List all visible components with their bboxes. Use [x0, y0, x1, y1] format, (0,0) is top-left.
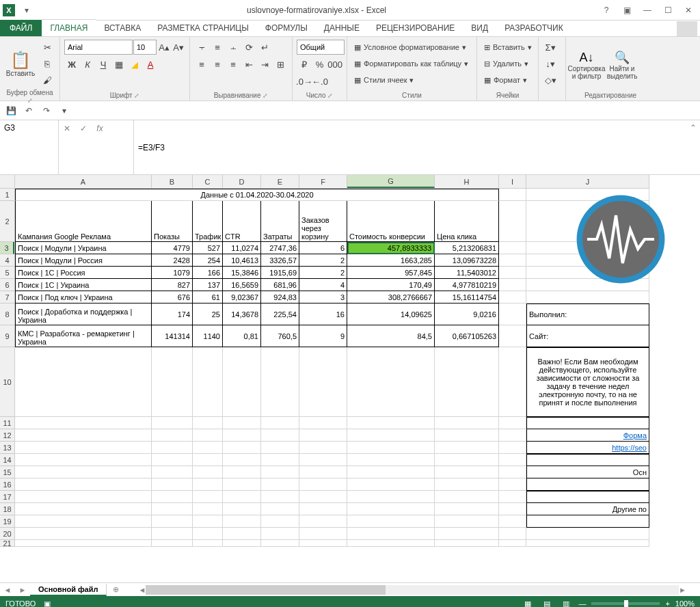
cell[interactable] [223, 515, 261, 528]
cell[interactable] [299, 515, 347, 528]
cell[interactable]: 2 [299, 254, 347, 267]
cell[interactable]: 16,5659 [223, 279, 261, 291]
cell[interactable] [499, 254, 526, 267]
cell[interactable] [347, 478, 435, 491]
cell[interactable] [435, 528, 499, 540]
cell[interactable] [499, 515, 526, 528]
fill-color-button[interactable]: ◢ [127, 57, 142, 72]
save-button[interactable]: 💾 [4, 104, 18, 118]
formula-expand-button[interactable]: ⌃ [686, 120, 700, 174]
cell[interactable] [261, 466, 299, 478]
cell[interactable] [526, 528, 649, 540]
row-3[interactable]: 3 [0, 242, 14, 254]
cell[interactable] [193, 347, 223, 417]
cell[interactable] [193, 515, 223, 528]
number-launcher[interactable]: ⤢ [327, 92, 333, 99]
qat-dropdown[interactable]: ▾ [18, 3, 36, 17]
cell[interactable]: CTR [223, 201, 261, 242]
cell[interactable]: Выполнил: [526, 304, 649, 325]
font-name-select[interactable] [64, 40, 133, 55]
cell[interactable] [223, 442, 261, 454]
cell-styles-button[interactable]: ▦Стили ячеек▾ [351, 72, 472, 87]
cell[interactable]: 137 [193, 279, 223, 291]
tab-layout[interactable]: РАЗМЕТКА СТРАНИЦЫ [149, 20, 257, 36]
row-7[interactable]: 7 [0, 291, 14, 304]
view-normal-button[interactable]: ▦ [521, 598, 535, 607]
align-bottom-button[interactable]: ⫠ [226, 40, 241, 55]
cell[interactable] [499, 291, 526, 304]
cell[interactable] [261, 491, 299, 503]
find-select-button[interactable]: 🔍 Найти и выделить [606, 40, 638, 90]
cell[interactable]: 16 [299, 304, 347, 325]
help-icon[interactable]: ? [597, 3, 615, 17]
cell[interactable] [223, 491, 261, 503]
cell[interactable] [193, 466, 223, 478]
fx-button[interactable]: fx [92, 122, 108, 135]
cell[interactable] [499, 325, 526, 347]
cell[interactable] [193, 478, 223, 491]
cell[interactable] [15, 478, 152, 491]
cell[interactable] [193, 442, 223, 454]
format-as-table-button[interactable]: ▦Форматировать как таблицу▾ [351, 56, 472, 71]
cell[interactable] [435, 442, 499, 454]
col-A[interactable]: A [15, 175, 152, 188]
cell[interactable] [261, 540, 299, 547]
cell[interactable] [15, 466, 152, 478]
select-all-corner[interactable] [0, 175, 15, 189]
cell[interactable] [152, 540, 193, 547]
cell[interactable]: Цена клика [435, 201, 499, 242]
row-17[interactable]: 17 [0, 491, 14, 503]
cell[interactable] [15, 347, 152, 417]
cell[interactable]: 14,09625 [347, 304, 435, 325]
cell[interactable]: 527 [193, 242, 223, 254]
tab-review[interactable]: РЕЦЕНЗИРОВАНИЕ [368, 20, 463, 36]
cell[interactable] [223, 466, 261, 478]
cell[interactable] [152, 429, 193, 442]
align-middle-button[interactable]: ≡ [210, 40, 225, 55]
col-H[interactable]: H [435, 175, 499, 188]
cell[interactable]: 1663,285 [347, 254, 435, 267]
zoom-out-button[interactable]: — [578, 599, 586, 607]
cell[interactable]: Поиск | Доработка и поддержка | Украина [15, 304, 152, 325]
cell[interactable] [152, 417, 193, 429]
cell[interactable] [347, 528, 435, 540]
insert-cells-button[interactable]: ⊞Вставить▾ [481, 40, 534, 55]
cell[interactable]: 457,8933333 [347, 242, 435, 254]
cell[interactable]: 4779 [152, 242, 193, 254]
cell[interactable]: 25 [193, 304, 223, 325]
cell[interactable]: Форма [526, 429, 649, 442]
col-I[interactable]: I [499, 175, 526, 188]
cell[interactable] [15, 417, 152, 429]
cell[interactable]: Поиск | Модули | Россия [15, 254, 152, 267]
row-8[interactable]: 8 [0, 304, 14, 325]
qat-customize[interactable]: ▾ [57, 104, 71, 118]
cell[interactable] [499, 347, 526, 417]
underline-button[interactable]: Ч [96, 57, 111, 72]
new-sheet-button[interactable]: ⊕ [107, 585, 124, 594]
cell[interactable] [435, 429, 499, 442]
zoom-slider[interactable] [591, 602, 660, 605]
borders-button[interactable]: ▦ [111, 57, 126, 72]
cell[interactable] [347, 347, 435, 417]
cell[interactable] [152, 491, 193, 503]
cell[interactable] [347, 491, 435, 503]
cell[interactable] [15, 528, 152, 540]
col-C[interactable]: C [193, 175, 223, 188]
cell[interactable] [299, 478, 347, 491]
close-icon[interactable]: ✕ [679, 3, 697, 17]
cell[interactable] [261, 503, 299, 515]
row-headers[interactable]: 123456789101112131415161718192021 [0, 189, 15, 547]
cell[interactable] [347, 417, 435, 429]
grid[interactable]: Данные с 01.04.2020-30.04.2020Кампания G… [15, 189, 649, 547]
number-format-select[interactable] [297, 40, 345, 55]
cell[interactable]: 15,16114754 [435, 291, 499, 304]
cell[interactable]: Другие по [526, 503, 649, 515]
cell[interactable] [299, 417, 347, 429]
tab-insert[interactable]: ВСТАВКА [96, 20, 149, 36]
cell[interactable] [499, 454, 526, 466]
cell[interactable] [435, 466, 499, 478]
cell[interactable] [193, 417, 223, 429]
cell[interactable] [152, 515, 193, 528]
row-9[interactable]: 9 [0, 325, 14, 347]
cell[interactable] [152, 454, 193, 466]
